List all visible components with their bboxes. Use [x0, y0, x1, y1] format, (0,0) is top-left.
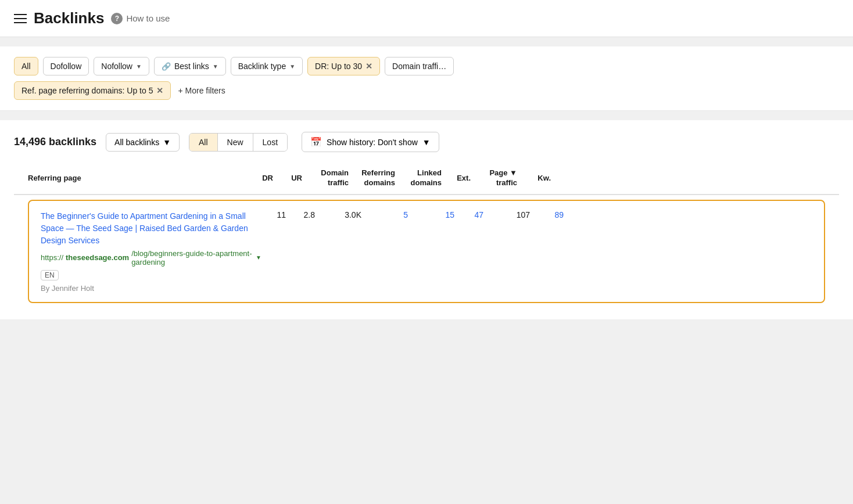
chevron-down-icon-5: ▼: [422, 138, 431, 147]
help-link[interactable]: ? How to use: [111, 13, 170, 24]
url-chevron-icon: ▼: [256, 254, 261, 261]
referring-domains-link[interactable]: 5: [403, 210, 408, 219]
filter-dr-btn[interactable]: DR: Up to 30 ✕: [307, 57, 380, 75]
referring-domains-cell: 5: [366, 210, 413, 219]
chevron-down-icon-2: ▼: [213, 63, 218, 70]
dr-cell: 11: [261, 210, 291, 219]
filter-backlink-type-btn[interactable]: Backlink type ▼: [231, 57, 303, 75]
filter-dofollow-btn[interactable]: Dofollow: [43, 57, 89, 75]
url-link[interactable]: https://theseedsage.com/blog/beginners-g…: [41, 249, 261, 267]
link-icon: 🔗: [162, 62, 171, 71]
ext-cell: 47: [459, 210, 488, 219]
header: Backlinks ? How to use: [0, 0, 853, 37]
table-header: Referring page DR UR Domaintraffic Refer…: [14, 163, 839, 195]
close-icon[interactable]: ✕: [365, 62, 372, 71]
domain-traffic-cell: 3.0K: [320, 210, 366, 219]
url-prefix: https://: [41, 253, 63, 262]
referring-page-cell: The Beginner's Guide to Apartment Garden…: [41, 210, 261, 293]
ext-link[interactable]: 47: [474, 210, 483, 219]
linked-domains-cell: 15: [413, 210, 459, 219]
col-header-page-traffic: Page ▼traffic: [475, 168, 522, 188]
backlinks-count: 14,496 backlinks: [14, 136, 96, 148]
highlighted-row-wrapper: The Beginner's Guide to Apartment Garden…: [28, 200, 825, 303]
help-text: How to use: [126, 13, 170, 23]
col-header-referring-domains: Referringdomains: [353, 168, 400, 188]
col-header-kw: Kw.: [522, 174, 551, 182]
table-row: The Beginner's Guide to Apartment Garden…: [29, 201, 824, 302]
tab-new[interactable]: New: [218, 134, 253, 151]
col-header-ur: UR: [278, 174, 307, 182]
all-backlinks-dropdown[interactable]: All backlinks ▼: [106, 133, 180, 152]
col-header-dr: DR: [249, 174, 278, 182]
filter-best-links-btn[interactable]: 🔗 Best links ▼: [154, 57, 226, 75]
col-header-ext: Ext.: [446, 174, 475, 182]
filter-nofollow-btn[interactable]: Nofollow ▼: [94, 57, 149, 75]
hamburger-menu[interactable]: [14, 14, 27, 23]
col-header-linked-domains: Linkeddomains: [400, 168, 446, 188]
help-icon: ?: [111, 13, 123, 24]
col-header-referring-page: Referring page: [28, 174, 249, 182]
filter-domain-traffic-btn[interactable]: Domain traffi…: [385, 57, 454, 75]
lang-badge: EN: [41, 270, 59, 280]
show-history-btn[interactable]: 📅 Show history: Don't show ▼: [302, 132, 439, 152]
author-line: By Jennifer Holt: [41, 284, 261, 293]
filters-section: All Dofollow Nofollow ▼ 🔗 Best links ▼ B…: [0, 46, 853, 111]
filter-tabs: All New Lost: [189, 133, 288, 152]
page-title-link[interactable]: The Beginner's Guide to Apartment Garden…: [41, 210, 261, 247]
url-path: /blog/beginners-guide-to-apartment-garde…: [131, 249, 253, 267]
data-rows-area: The Beginner's Guide to Apartment Garden…: [14, 200, 839, 303]
more-filters-btn[interactable]: + More filters: [178, 86, 225, 95]
chevron-down-icon-4: ▼: [163, 138, 171, 147]
filters-row-1: All Dofollow Nofollow ▼ 🔗 Best links ▼ B…: [14, 57, 839, 75]
content-section: 14,496 backlinks All backlinks ▼ All New…: [0, 120, 853, 319]
kw-cell: 89: [535, 210, 564, 219]
page-traffic-cell: 107: [488, 210, 535, 219]
chevron-down-icon: ▼: [136, 63, 142, 70]
page-title: Backlinks: [34, 9, 104, 27]
close-icon-2[interactable]: ✕: [156, 86, 163, 95]
calendar-icon: 📅: [310, 136, 322, 147]
col-header-domain-traffic: Domaintraffic: [307, 168, 353, 188]
url-domain: theseedsage.com: [66, 253, 129, 262]
tab-lost[interactable]: Lost: [253, 134, 287, 151]
filter-ref-page-btn[interactable]: Ref. page referring domains: Up to 5 ✕: [14, 81, 171, 100]
filters-row-2: Ref. page referring domains: Up to 5 ✕ +…: [14, 81, 839, 100]
tab-all[interactable]: All: [189, 134, 218, 151]
chevron-down-icon-3: ▼: [289, 63, 295, 70]
backlinks-header: 14,496 backlinks All backlinks ▼ All New…: [14, 132, 839, 152]
filter-all-btn[interactable]: All: [14, 57, 38, 75]
kw-link[interactable]: 89: [554, 210, 564, 219]
ur-cell: 2.8: [291, 210, 320, 219]
linked-domains-link[interactable]: 15: [445, 210, 454, 219]
